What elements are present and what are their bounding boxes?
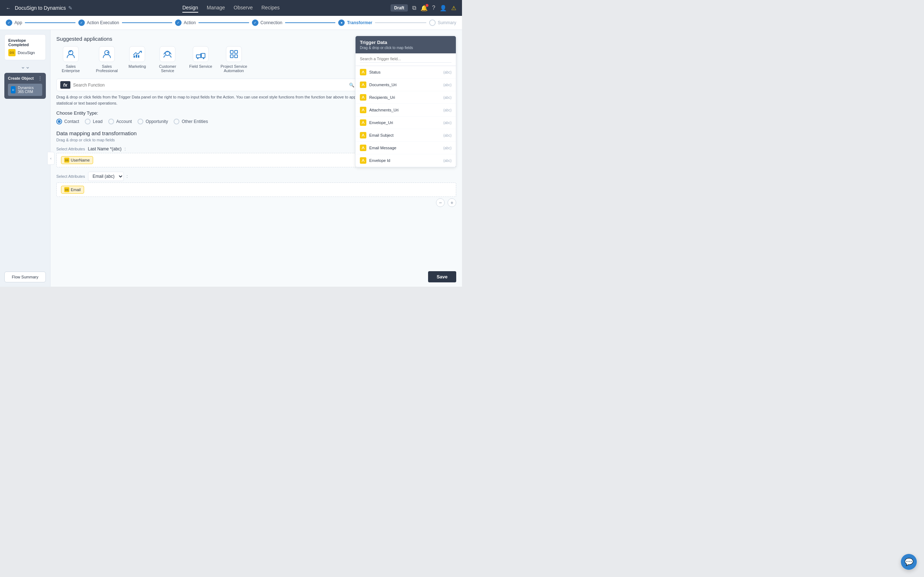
fx-button[interactable]: fx — [60, 81, 70, 89]
envelope-completed-card: Envelope Completed DS DocuSign — [4, 34, 46, 60]
wizard-step-summary[interactable]: Summary — [429, 19, 456, 26]
remove-field-button[interactable]: − — [436, 198, 445, 207]
app-field-service[interactable]: Field Service — [189, 46, 212, 73]
sidebar: Envelope Completed DS DocuSign ⌄⌄ Create… — [0, 30, 50, 287]
field-name-envelope-id: Envelope Id — [369, 158, 440, 163]
field-type-attachments-uri: (abc) — [443, 108, 452, 112]
wizard-step-action-execution[interactable]: ✓ Action Execution — [78, 19, 119, 26]
top-navigation: ← DocuSign to Dynamics ✎ Design Manage O… — [0, 0, 462, 16]
function-search-input[interactable] — [73, 82, 347, 88]
field-label-row-2: Select Attributes Email (abc) : — [56, 172, 456, 181]
step-circle-connection: ✓ — [252, 19, 258, 26]
field-colon-2: : — [127, 174, 128, 179]
entity-lead-label: Lead — [93, 119, 102, 124]
field-email-select[interactable]: Email (abc) — [88, 172, 124, 181]
entity-lead[interactable]: Lead — [85, 119, 102, 124]
dynamics-item[interactable]: D Dynamics 365 CRM — [8, 84, 42, 96]
svg-rect-13 — [234, 55, 237, 58]
wizard-step-connection[interactable]: ✓ Connection — [252, 19, 283, 26]
tab-manage[interactable]: Manage — [207, 3, 225, 13]
step-circle-action: ✓ — [175, 19, 181, 26]
svg-point-8 — [197, 58, 199, 59]
svg-rect-6 — [196, 55, 201, 58]
wizard-step-action[interactable]: ✓ Action — [175, 19, 195, 26]
create-object-menu-icon[interactable]: ⋮ — [38, 76, 42, 81]
external-link-icon[interactable]: ⧉ — [412, 5, 416, 11]
app-marketing[interactable]: Marketing — [129, 46, 146, 73]
create-object-title: Create Object — [8, 76, 34, 81]
tab-design[interactable]: Design — [182, 3, 198, 13]
step-label-transformer: Transformer — [347, 20, 372, 25]
flow-summary-button[interactable]: Flow Summary — [4, 272, 46, 282]
trigger-field-status[interactable]: Status (abc) — [355, 66, 456, 79]
app-label-marketing: Marketing — [129, 64, 146, 69]
notifications-icon[interactable]: 🔔 — [420, 5, 428, 11]
trigger-field-email-subject[interactable]: Email Subject (abc) — [355, 129, 456, 142]
app-project-service[interactable]: Project Service Automation — [220, 46, 248, 73]
app-sales-professional[interactable]: Sales Professional — [92, 46, 121, 73]
field-name-documents-uri: Documents_Uri — [369, 82, 440, 87]
entity-opportunity[interactable]: Opportunity — [137, 119, 168, 124]
app-icon-project-service — [226, 46, 242, 62]
docusign-item[interactable]: DS DocuSign — [8, 49, 42, 56]
field-name-recipients-uri: Recipients_Uri — [369, 95, 440, 100]
svg-rect-12 — [230, 55, 233, 58]
wizard-steps: ✓ App ✓ Action Execution ✓ Action ✓ Conn… — [0, 16, 462, 30]
trigger-search-input[interactable] — [360, 56, 452, 63]
tab-recipes[interactable]: Recipes — [261, 3, 280, 13]
field-input-email[interactable]: DS Email — [56, 182, 456, 197]
draft-badge: Draft — [391, 4, 408, 11]
trigger-field-attachments-uri[interactable]: Attachments_Uri (abc) — [355, 104, 456, 116]
collapse-sidebar-button[interactable]: ‹ — [47, 152, 55, 165]
chip-email[interactable]: DS Email — [61, 186, 84, 193]
chip-username[interactable]: DS UserName — [61, 156, 93, 164]
entity-account[interactable]: Account — [108, 119, 132, 124]
trigger-field-envelope-uri[interactable]: Envelope_Uri (abc) — [355, 116, 456, 129]
field-name-email-message: Email Message — [369, 146, 440, 150]
wizard-step-transformer[interactable]: ● Transformer — [338, 19, 372, 26]
app-sales-enterprise[interactable]: Sales Enterprise — [56, 46, 85, 73]
step-connector-4 — [285, 23, 335, 23]
entity-other[interactable]: Other Entities — [174, 119, 208, 124]
user-avatar[interactable]: 👤 — [439, 5, 447, 11]
trigger-panel-header: Trigger Data Drag & drop or click to map… — [355, 36, 456, 53]
trigger-field-recipients-uri[interactable]: Recipients_Uri (abc) — [355, 91, 456, 104]
trigger-fields-list: Status (abc) Documents_Uri (abc) Recipie… — [355, 66, 456, 167]
trigger-search — [355, 53, 456, 66]
notification-dot — [426, 4, 428, 7]
nav-tabs: Design Manage Observe Recipes — [182, 3, 280, 13]
radio-account — [108, 119, 114, 124]
step-circle-summary — [429, 19, 436, 26]
step-label-connection: Connection — [261, 20, 283, 25]
content-area: Suggested applications Sales Enterprise — [50, 30, 462, 287]
step-connector-1 — [25, 23, 75, 23]
search-icon[interactable]: 🔍 — [349, 82, 354, 88]
tab-observe[interactable]: Observe — [234, 3, 253, 13]
field-type-documents-uri: (abc) — [443, 83, 452, 87]
add-field-button[interactable]: + — [447, 198, 456, 207]
radio-contact — [56, 119, 62, 124]
app-customer-service[interactable]: Customer Service — [153, 46, 182, 73]
wizard-step-app[interactable]: ✓ App — [6, 19, 22, 26]
expand-icon[interactable]: ⌄⌄ — [4, 63, 46, 70]
trigger-field-email-message[interactable]: Email Message (abc) — [355, 142, 456, 154]
app-icon-sales-enterprise — [63, 46, 79, 62]
warning-icon[interactable]: ⚠ — [451, 5, 456, 11]
app-icon-marketing — [129, 46, 145, 62]
create-object-card: Create Object ⋮ D Dynamics 365 CRM — [4, 73, 46, 99]
app-label-sales-professional: Sales Professional — [92, 64, 121, 73]
back-button[interactable]: ← — [6, 5, 10, 11]
field-icon-attachments-uri — [360, 107, 366, 113]
help-icon[interactable]: ? — [432, 5, 435, 11]
top-right-actions: Draft ⧉ 🔔 ? 👤 ⚠ — [391, 4, 456, 11]
app-label-sales-enterprise: Sales Enterprise — [56, 64, 85, 73]
radio-opportunity — [137, 119, 143, 124]
entity-opportunity-label: Opportunity — [145, 119, 168, 124]
trigger-field-envelope-id[interactable]: Envelope Id (abc) — [355, 154, 456, 167]
app-icon-sales-professional — [99, 46, 115, 62]
step-label-action-execution: Action Execution — [87, 20, 119, 25]
edit-title-icon[interactable]: ✎ — [68, 5, 73, 11]
entity-contact[interactable]: Contact — [56, 119, 79, 124]
save-button[interactable]: Save — [428, 271, 456, 282]
trigger-field-documents-uri[interactable]: Documents_Uri (abc) — [355, 79, 456, 91]
